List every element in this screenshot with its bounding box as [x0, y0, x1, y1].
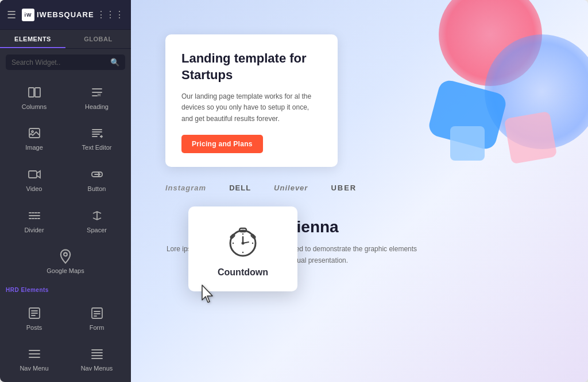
brand-logo: iW IWEBSQUARE: [22, 9, 94, 21]
heading-icon: H: [90, 85, 104, 100]
svg-point-24: [242, 233, 243, 235]
tab-global[interactable]: GLOBAL: [65, 30, 131, 48]
widget-text-editor[interactable]: Text Editor: [66, 118, 127, 158]
posts-icon: [28, 306, 41, 321]
form-icon: [90, 306, 104, 321]
svg-point-25: [242, 252, 243, 253]
widget-video-label: Video: [26, 185, 42, 192]
widget-nav-menus-label: Nav Menus: [81, 365, 113, 372]
nav-menu-icon: [28, 346, 41, 361]
sidebar-header: ☰ iW IWEBSQUARE ⋮⋮⋮: [0, 0, 131, 30]
apps-grid-icon[interactable]: ⋮⋮⋮: [96, 9, 124, 20]
widget-divider-label: Divider: [24, 227, 44, 233]
svg-rect-11: [92, 308, 102, 318]
brand-instagram: Instagram: [165, 184, 206, 192]
sidebar-header-left: ☰ iW IWEBSQUARE: [7, 9, 94, 21]
widget-button-label: Button: [88, 185, 106, 192]
brand-uber: UBER: [331, 184, 357, 192]
widget-posts-label: Posts: [26, 324, 42, 331]
tab-elements[interactable]: ELEMENTS: [0, 30, 65, 48]
widget-posts[interactable]: Posts: [3, 298, 65, 338]
sidebar-tabs: ELEMENTS GLOBAL: [0, 30, 131, 49]
widget-columns-label: Columns: [22, 103, 47, 110]
hero-card: Landing template for Startups Our landin…: [165, 34, 338, 167]
widget-image[interactable]: Image: [3, 118, 65, 158]
search-input[interactable]: [11, 59, 106, 67]
search-icon: 🔍: [110, 58, 119, 67]
widget-spacer-label: Spacer: [87, 227, 107, 233]
widget-form-label: Form: [90, 324, 105, 331]
svg-text:H: H: [98, 93, 100, 97]
countdown-tooltip-label: Countdown: [218, 267, 268, 278]
svg-point-30: [242, 242, 245, 245]
nav-menus-icon: [90, 346, 104, 361]
bg-shape-rect-lightblue: [450, 126, 485, 161]
svg-rect-0: [29, 88, 34, 97]
widget-heading[interactable]: H Heading: [66, 77, 127, 117]
main-canvas: Landing template for Startups Our landin…: [131, 0, 588, 382]
countdown-svg-icon: [225, 223, 261, 259]
widget-video[interactable]: Video: [3, 159, 65, 199]
logo-box: iW: [22, 9, 34, 21]
bg-shape-rect-pink: [504, 111, 558, 165]
spacer-icon: [90, 208, 104, 223]
svg-rect-1: [35, 88, 40, 97]
widget-spacer[interactable]: Spacer: [66, 200, 127, 240]
widget-nav-menu-label: Nav Menu: [20, 365, 48, 372]
widget-google-maps-label: Google Maps: [47, 267, 84, 274]
hero-title: Landing template for Startups: [181, 50, 322, 83]
countdown-icon-wrap: [225, 223, 261, 259]
divider-icon: [28, 208, 41, 223]
image-icon: [28, 126, 41, 141]
brand-dell: DELL: [229, 184, 251, 192]
hamburger-icon[interactable]: ☰: [7, 9, 16, 21]
widget-heading-label: Heading: [85, 103, 109, 110]
svg-point-26: [233, 243, 234, 244]
hero-description: Our landing page template works for al t…: [181, 91, 322, 124]
widget-nav-menu[interactable]: Nav Menu: [3, 338, 65, 379]
sidebar: ☰ iW IWEBSQUARE ⋮⋮⋮ ELEMENTS GLOBAL 🔍: [0, 0, 131, 382]
widget-form[interactable]: Form: [66, 298, 127, 338]
widget-divider[interactable]: Divider: [3, 200, 65, 240]
widget-button[interactable]: Button: [66, 159, 127, 199]
google-maps-icon: [57, 249, 74, 264]
hrd-elements-section: HRD Elements: [3, 282, 127, 297]
hero-cta-button[interactable]: Pricing and Plans: [181, 135, 263, 153]
svg-rect-5: [29, 171, 37, 178]
brand-name: IWEBSQUARE: [37, 10, 94, 19]
columns-icon: [28, 85, 41, 100]
widget-image-label: Image: [25, 144, 43, 151]
svg-point-27: [252, 243, 253, 244]
countdown-tooltip: Countdown: [188, 206, 297, 291]
canvas-area: Landing template for Startups Our landin…: [131, 0, 588, 382]
brands-bar: Instagram DELL Unilever UBER: [165, 184, 357, 192]
text-editor-icon: [90, 126, 104, 141]
widget-nav-menus[interactable]: Nav Menus: [66, 338, 127, 379]
widget-grid: Columns H Heading Image: [0, 73, 131, 382]
widget-google-maps[interactable]: Google Maps: [3, 241, 127, 282]
video-icon: [28, 167, 41, 182]
widget-text-editor-label: Text Editor: [82, 144, 112, 151]
widget-columns[interactable]: Columns: [3, 77, 65, 117]
search-bar[interactable]: 🔍: [6, 54, 125, 70]
brand-unilever: Unilever: [274, 184, 308, 192]
svg-point-4: [32, 131, 33, 132]
button-icon: [90, 167, 104, 182]
